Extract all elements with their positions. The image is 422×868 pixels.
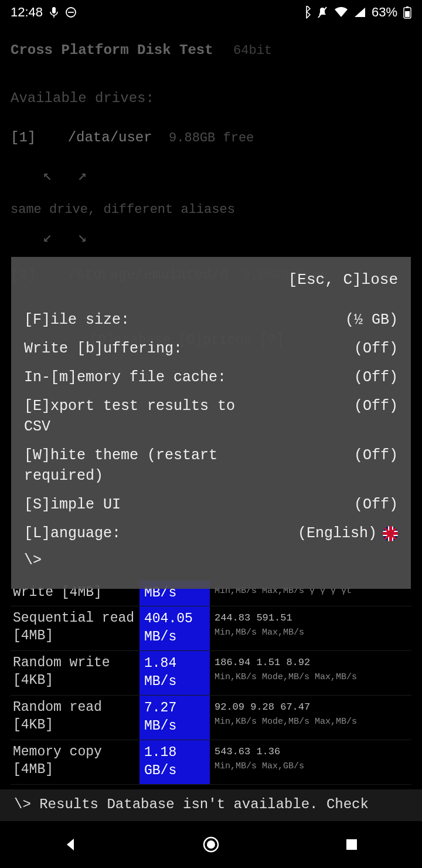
table-row: Memory copy [4MB] 1.18 GB/s 543.63 1.36 … — [11, 740, 411, 785]
option-value: (Off) — [354, 396, 398, 416]
close-button[interactable]: [Esc, C]lose — [24, 271, 398, 289]
option-label: [F]ile size: — [24, 310, 130, 330]
drive1-path: /data/user — [68, 130, 152, 145]
result-label: Memory copy [4MB] — [11, 740, 139, 784]
option-value: (½ GB) — [345, 310, 398, 330]
option-file-size[interactable]: [F]ile size: (½ GB) — [24, 310, 398, 330]
flag-uk-icon — [383, 526, 398, 541]
prompt[interactable]: \> — [24, 552, 398, 569]
option-label: [L]anguage: — [24, 523, 121, 544]
alias-arrows-bottom: ↙ ↘ — [43, 228, 411, 246]
result-value: 7.27 MB/s — [139, 696, 210, 740]
wifi-icon — [334, 7, 348, 18]
svg-point-9 — [207, 840, 215, 849]
option-label: In-[m]emory file cache: — [24, 367, 226, 388]
options-modal: [Esc, C]lose [F]ile size: (½ GB) Write [… — [11, 257, 411, 589]
option-value: (Off) — [354, 494, 398, 515]
alias-arrows-top: ↖ ↗ — [43, 166, 411, 185]
option-label: [W]hite theme (restart required) — [24, 445, 270, 486]
result-value: 1.18 GB/s — [139, 740, 210, 784]
status-time: 12:48 — [11, 5, 43, 20]
result-label: Random read [4KB] — [11, 696, 139, 740]
option-simple-ui[interactable]: [S]imple UI (Off) — [24, 494, 398, 515]
option-export-csv[interactable]: [E]xport test results to CSV (Off) — [24, 396, 398, 437]
svg-rect-10 — [346, 839, 357, 850]
nav-recent-button[interactable] — [338, 830, 366, 859]
app-arch: 64bit — [233, 43, 272, 58]
result-value: 404.05 MB/s — [139, 606, 210, 650]
option-value: (Off) — [354, 445, 398, 466]
option-language[interactable]: [L]anguage: (English) — [24, 523, 398, 544]
drive1-free: 9.88GB free — [169, 131, 254, 145]
option-label: [S]imple UI — [24, 494, 121, 515]
result-graph: 92.09 9.28 67.47 Min,KB/s Mode,MB/s Max,… — [210, 696, 411, 740]
status-bar: 12:48 63% — [0, 0, 422, 25]
option-white-theme[interactable]: [W]hite theme (restart required) (Off) — [24, 445, 398, 486]
result-value: 1.84 MB/s — [139, 651, 210, 695]
app-title: Cross Platform Disk Test — [11, 42, 213, 58]
svg-rect-6 — [405, 11, 410, 17]
result-graph: 543.63 1.36 Min,MB/s Max,GB/s — [210, 740, 411, 784]
option-memory-cache[interactable]: In-[m]emory file cache: (Off) — [24, 367, 398, 388]
navigation-bar — [0, 821, 422, 868]
result-label: Random write [4KB] — [11, 651, 139, 695]
table-row: Sequential read [4MB] 404.05 MB/s 244.83… — [11, 606, 411, 651]
alias-note: same drive, different aliases — [11, 202, 411, 217]
drives-header: Available drives: — [11, 90, 411, 106]
svg-rect-7 — [406, 6, 409, 8]
result-graph: 186.94 1.51 8.92 Min,KB/s Mode,MB/s Max,… — [210, 651, 411, 695]
table-row: Random write [4KB] 1.84 MB/s 186.94 1.51… — [11, 651, 411, 696]
option-value: (Off) — [354, 367, 398, 388]
result-label: Sequential read [4MB] — [11, 606, 139, 650]
status-battery-pct: 63% — [372, 5, 397, 20]
result-graph: 244.83 591.51 Min,MB/s Max,MB/s — [210, 606, 411, 650]
footer-message: \> Results Database isn't available. Che… — [0, 789, 422, 821]
nav-home-button[interactable] — [197, 830, 225, 859]
dnd-icon — [65, 6, 77, 18]
signal-icon — [354, 7, 366, 18]
mic-icon — [50, 7, 58, 18]
option-write-buffering[interactable]: Write [b]uffering: (Off) — [24, 338, 398, 359]
mute-icon — [316, 6, 328, 19]
option-value: (Off) — [354, 338, 398, 359]
results-table: write [4MB] MB/s Min,MB/s Max,MB/s γ γ γ… — [11, 581, 411, 785]
drive1-index: [1] — [11, 130, 36, 145]
option-label: [E]xport test results to CSV — [24, 396, 270, 437]
bluetooth-icon — [302, 6, 311, 19]
table-row: Random read [4KB] 7.27 MB/s 92.09 9.28 6… — [11, 696, 411, 740]
nav-back-button[interactable] — [56, 830, 84, 859]
svg-rect-0 — [52, 7, 56, 13]
option-label: Write [b]uffering: — [24, 338, 182, 359]
battery-icon — [403, 6, 411, 19]
option-value: (English) — [298, 523, 398, 544]
language-value: (English) — [298, 523, 377, 544]
